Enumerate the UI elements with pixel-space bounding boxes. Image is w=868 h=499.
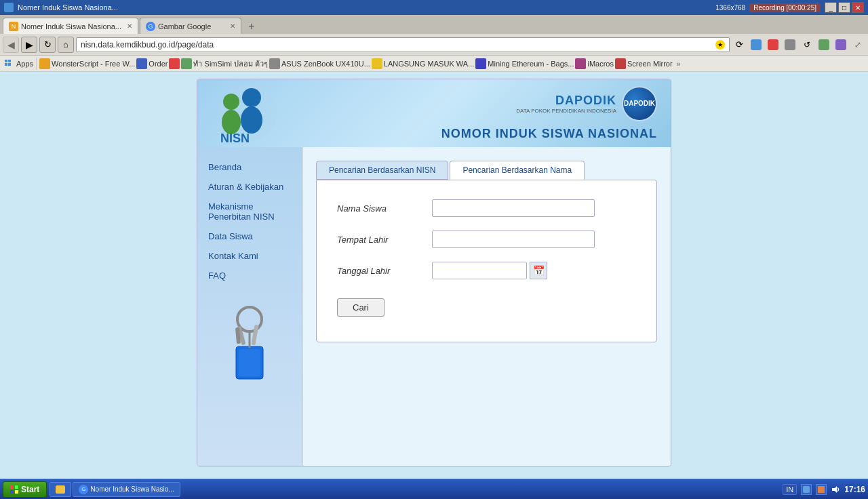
bookmark-wonsterscript[interactable]: WonsterScript - Free W...	[52, 60, 135, 68]
taskbar-app-chrome[interactable]: G Nomer Induk Siswa Nasio...	[73, 482, 180, 497]
tempat-lahir-row: Tempat Lahir	[337, 231, 636, 248]
taskbar-app-folder[interactable]	[50, 482, 71, 497]
svg-rect-18	[15, 485, 18, 489]
tempat-lahir-label: Tempat Lahir	[337, 235, 432, 245]
sidebar-menu-item[interactable]: Data Siswa	[203, 226, 296, 246]
new-tab-button[interactable]: +	[244, 19, 259, 34]
svg-rect-19	[10, 490, 14, 494]
tab-close-nisn[interactable]: ✕	[127, 22, 132, 30]
form-panel: Nama Siswa Tempat Lahir Tanggal Lahir	[316, 180, 657, 342]
apps-bookmark-label[interactable]: Apps	[16, 60, 33, 68]
bookmark-imacros[interactable]: iMacros	[587, 60, 614, 68]
svg-rect-3	[8, 63, 11, 66]
tab-label-nisn: Nomer Induk Siswa Nasiona...	[21, 22, 121, 31]
taskbar-app-label: Nomer Induk Siswa Nasio...	[90, 485, 174, 493]
tempat-lahir-input[interactable]	[432, 231, 595, 248]
minimize-button[interactable]: _	[825, 2, 837, 13]
bookmark-icon-1	[39, 58, 50, 69]
tray-icon-2[interactable]	[816, 484, 827, 495]
tanggal-lahir-label: Tanggal Lahir	[337, 266, 432, 276]
tab-label-google: Gambar Google	[158, 22, 211, 31]
resolution-label: 1366x768	[715, 4, 745, 12]
svg-point-8	[241, 106, 262, 134]
forward-button[interactable]: ▶	[21, 37, 37, 53]
download-icon[interactable]	[816, 37, 831, 52]
bookmark-simsimi[interactable]: ทำ SimSimi ปลอม ต้วๆ	[193, 58, 268, 70]
bookmark-screenmirror[interactable]: Screen Mirror	[627, 60, 673, 68]
taskbar-right: IN 17:16	[783, 484, 865, 495]
chrome-icon: G	[79, 485, 88, 494]
tab-bar: Pencarian Berdasarkan NISN Pencarian Ber…	[316, 161, 657, 180]
svg-rect-17	[10, 485, 14, 489]
taskbar: Start G Nomer Induk Siswa Nasio... IN	[0, 479, 868, 499]
bookmark-icon-2	[136, 58, 147, 69]
settings-icon[interactable]	[833, 37, 848, 52]
dapodik-logo-circle: DAPODIK	[622, 86, 657, 121]
nama-siswa-label: Nama Siswa	[337, 203, 432, 214]
history-button[interactable]: ⟳	[732, 37, 747, 52]
bookmark-langsung[interactable]: LANGSUNG MASUK WA...	[384, 60, 474, 68]
close-button[interactable]: ✕	[852, 2, 864, 13]
svg-text:NISN: NISN	[220, 132, 250, 144]
back-button[interactable]: ◀	[3, 37, 19, 53]
sidebar-keys-area	[203, 306, 296, 380]
bookmark-asus[interactable]: ASUS ZenBook UX410U...	[281, 60, 370, 68]
main-content: Pencarian Berdasarkan NISN Pencarian Ber…	[302, 147, 671, 466]
extension-2[interactable]	[766, 37, 781, 52]
bookmark-divider	[36, 58, 37, 70]
fullscreen-icon[interactable]: ⤢	[850, 37, 865, 52]
address-text: nisn.data.kemdikbud.go.id/page/data	[81, 40, 715, 49]
start-button[interactable]: Start	[3, 481, 47, 498]
tab-icon-nisn: N	[9, 22, 18, 31]
sidebar-menu-item[interactable]: FAQ	[203, 266, 296, 285]
bookmark-mining[interactable]: Mining Ethereum - Bags...	[488, 60, 574, 68]
clock: 17:16	[844, 485, 865, 494]
bookmark-more[interactable]: »	[674, 59, 684, 68]
header-right: DAPODIK DATA POKOK PENDIDIKAN INDONESIA …	[441, 86, 657, 141]
svg-point-5	[223, 94, 239, 110]
sidebar-menu-item[interactable]: Beranda	[203, 157, 296, 177]
svg-rect-2	[5, 63, 7, 66]
nisn-people-figure: NISN	[211, 83, 285, 144]
home-button[interactable]: ⌂	[58, 37, 74, 53]
tab-by-nisn[interactable]: Pencarian Berdasarkan NISN	[316, 161, 448, 180]
svg-point-7	[242, 88, 261, 107]
maximize-button[interactable]: □	[838, 2, 850, 13]
cari-button[interactable]: Cari	[337, 298, 384, 317]
bookmark-icon-7	[475, 58, 486, 69]
sidebar-menu-item[interactable]: Mekanisme Penerbitan NISN	[203, 197, 296, 226]
svg-point-6	[222, 110, 241, 134]
bookmark-icon-3	[169, 58, 180, 69]
sidebar-menu-item[interactable]: Kontak Kami	[203, 246, 296, 266]
extension-3[interactable]	[783, 37, 797, 52]
extension-1[interactable]	[749, 37, 764, 52]
svg-rect-20	[15, 490, 18, 494]
page-title: NOMOR INDUK SISWA NASIONAL	[441, 127, 657, 141]
refresh-icon[interactable]: ↺	[800, 37, 814, 52]
tab-icon-google: G	[146, 22, 155, 31]
sidebar-menu-item[interactable]: Aturan & Kebijakan	[203, 177, 296, 197]
volume-icon[interactable]	[831, 485, 840, 494]
star-icon[interactable]: ★	[715, 40, 725, 49]
tanggal-lahir-input[interactable]	[432, 262, 527, 279]
address-bar[interactable]: nisn.data.kemdikbud.go.id/page/data ★	[76, 37, 730, 52]
calendar-button[interactable]: 📅	[530, 262, 547, 279]
tab-nisn[interactable]: N Nomer Induk Siswa Nasiona... ✕	[3, 18, 138, 34]
tab-google[interactable]: G Gambar Google ✕	[140, 18, 241, 34]
sidebar-nav: BerandaAturan & KebijakanMekanisme Pener…	[203, 157, 296, 285]
svg-rect-15	[239, 349, 260, 376]
tab-by-name[interactable]: Pencarian Berdasarkan Nama	[450, 161, 585, 180]
apps-bookmark-icon[interactable]	[3, 58, 15, 70]
recording-badge: Recording [00:00:25]	[749, 3, 821, 12]
bookmark-icon-6	[372, 58, 382, 69]
tray-icon-1[interactable]	[801, 484, 812, 495]
window-title: Nomer Induk Siswa Nasiona...	[18, 3, 118, 12]
tab-close-google[interactable]: ✕	[230, 22, 235, 30]
dapodik-name: DAPODIK	[516, 94, 616, 108]
taskbar-apps: G Nomer Induk Siswa Nasio...	[50, 482, 180, 497]
nama-siswa-input[interactable]	[432, 199, 595, 217]
refresh-button[interactable]: ↻	[39, 37, 56, 53]
svg-marker-21	[832, 486, 837, 493]
bookmark-icon-8	[575, 58, 586, 69]
bookmark-order[interactable]: Order	[149, 60, 167, 68]
